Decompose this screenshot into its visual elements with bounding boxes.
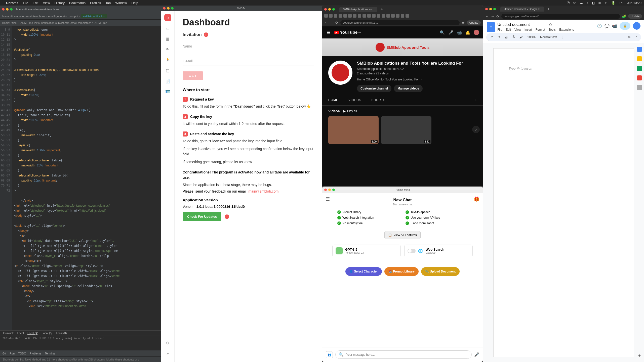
sidebar-settings-icon[interactable]: ⚙ [164, 339, 171, 346]
menu-window[interactable]: Window [115, 1, 127, 5]
add-icon[interactable]: + [638, 353, 641, 358]
tab-videos[interactable]: VIDEOS [348, 95, 361, 105]
chevron-up-icon[interactable]: ^ [634, 35, 638, 39]
redo-icon[interactable]: ↷ [497, 35, 501, 39]
new-tab-icon[interactable]: + [381, 7, 383, 12]
gift-icon[interactable]: 🎁 [474, 196, 479, 202]
maximize-icon[interactable] [493, 8, 496, 10]
sidebar-item-icon[interactable]: ▢ [164, 67, 171, 74]
video-thumbnail[interactable]: 4:41 [381, 116, 431, 144]
manage-videos-button[interactable]: Manage videos [394, 85, 423, 92]
tab-more-icon[interactable]: › [475, 95, 477, 105]
channel-desc[interactable]: Home Office Monitor Tool You are Looking… [357, 78, 463, 81]
status-icon[interactable]: ♪ [586, 1, 588, 5]
document-page[interactable]: Type @ to insert [493, 48, 634, 357]
wifi-icon[interactable]: ᯤ [605, 1, 608, 5]
next-icon[interactable]: › [472, 126, 480, 133]
sidebar-expand-icon[interactable]: » [164, 350, 171, 357]
menu-view[interactable]: View [43, 1, 50, 5]
hamburger-icon[interactable]: ☰ [326, 30, 331, 35]
terminal-tab[interactable]: Local (5) [42, 332, 53, 335]
new-tab-icon[interactable]: + [547, 7, 550, 11]
clock[interactable]: Fri 2. Jun 13:20 [619, 1, 641, 5]
sidebar-item-icon[interactable]: 👁 [164, 46, 171, 53]
email-input[interactable] [183, 57, 314, 66]
view-all-features-button[interactable]: 📋 View All Features [384, 231, 421, 239]
model-card[interactable]: GPT-3.5Temperature: 0.7 [332, 245, 401, 257]
menu-insert[interactable]: Insert [525, 28, 532, 31]
sidebar-item-icon[interactable]: ▦ [164, 35, 171, 42]
avatar-icon[interactable] [474, 30, 479, 35]
menu-edit[interactable]: Edit [506, 28, 511, 31]
channel-avatar[interactable] [328, 61, 352, 85]
play-all-button[interactable]: ▶ Play all [343, 109, 357, 113]
forward-icon[interactable]: → [330, 21, 333, 25]
status-terminal[interactable]: Terminal [45, 352, 55, 355]
video-thumbnail[interactable]: 3:00 [328, 116, 379, 144]
status-todo[interactable]: TODO [18, 352, 26, 355]
tab-shorts[interactable]: SHORTS [371, 95, 385, 105]
menu-file[interactable]: File [497, 28, 502, 31]
paint-icon[interactable]: 🖌 [518, 35, 524, 39]
search-icon[interactable]: 🔍 [439, 30, 445, 35]
terminal-tab[interactable]: Local (4) [27, 332, 38, 335]
tab-home[interactable]: HOME [328, 95, 338, 105]
ide-project-tab[interactable]: homeofficemonitor-email-templates [0, 6, 161, 13]
comment-icon[interactable]: 💬 [605, 24, 610, 28]
update-button[interactable]: Update [628, 14, 642, 19]
menu-file[interactable]: File [23, 1, 28, 5]
keep-icon[interactable] [637, 56, 642, 61]
menu-tab[interactable]: Tab [105, 1, 111, 5]
browser-tab[interactable]: SMBlob Applications and [339, 7, 377, 12]
tasks-icon[interactable] [637, 66, 642, 71]
zoom-select[interactable]: 100% [526, 35, 537, 39]
system-prompt-button[interactable]: 👥 [326, 351, 333, 358]
create-icon[interactable]: 📹 [457, 30, 462, 35]
mic-icon[interactable]: 🎤 [448, 30, 454, 35]
back-icon[interactable]: ← [485, 14, 489, 18]
terminal-tab[interactable]: Local (3) [56, 332, 67, 335]
update-button[interactable]: Update [467, 20, 481, 25]
spellcheck-icon[interactable]: Ā [512, 35, 516, 39]
more-icon[interactable]: ⋮ [560, 35, 566, 39]
style-select[interactable]: Normal text [539, 35, 558, 39]
toggle-icon[interactable] [408, 249, 416, 253]
status-git[interactable]: Git [3, 352, 6, 355]
calendar-icon[interactable] [637, 47, 642, 52]
maps-icon[interactable] [637, 85, 642, 90]
browser-tab[interactable]: Untitled document - Google D [500, 7, 544, 12]
sidebar-item-icon[interactable]: ▭ [164, 25, 171, 32]
name-input[interactable] [183, 42, 314, 51]
close-icon[interactable] [163, 7, 166, 10]
reload-icon[interactable]: ⟳ [496, 14, 499, 18]
terminal-tab[interactable]: Terminal: [3, 332, 14, 335]
select-character-button[interactable]: 👤 Select Character [345, 267, 382, 276]
extension-icon[interactable]: ★ [462, 21, 465, 25]
account-avatar[interactable] [633, 22, 640, 30]
status-icon[interactable]: ⦿ [567, 1, 570, 5]
add-terminal-icon[interactable]: + [70, 332, 72, 335]
sidebar-item-icon[interactable]: 🪪 [164, 88, 171, 95]
status-icon[interactable]: ⊕ [598, 1, 601, 5]
status-run[interactable]: Run [10, 352, 15, 355]
menu-history[interactable]: History [54, 1, 64, 5]
close-icon[interactable] [485, 8, 488, 10]
app-name[interactable]: Chrome [6, 1, 18, 5]
menu-bookmarks[interactable]: Bookmarks [69, 1, 86, 5]
minimize-icon[interactable] [167, 7, 170, 10]
minimize-icon[interactable] [489, 8, 492, 10]
minimize-icon[interactable] [328, 189, 331, 191]
notifications-icon[interactable]: 🔔 [465, 30, 471, 35]
menu-help[interactable]: Help [132, 1, 138, 5]
feedback-email-link[interactable]: main@smblob.com [249, 189, 279, 193]
menu-tools[interactable]: Tools [549, 28, 556, 31]
history-icon[interactable]: 🕘 [597, 24, 602, 28]
status-icon[interactable]: ☁ [580, 1, 583, 5]
maximize-icon[interactable] [332, 189, 335, 191]
battery-icon[interactable]: 🔋 [611, 1, 615, 5]
youtube-logo[interactable]: ▶YouTubeDE [334, 30, 361, 35]
sidebar-item-icon[interactable]: 📄 [164, 77, 171, 84]
menu-profiles[interactable]: Profiles [90, 1, 101, 5]
contacts-icon[interactable] [637, 75, 642, 80]
url-bar[interactable]: docs.google.com/document/... [501, 14, 620, 19]
